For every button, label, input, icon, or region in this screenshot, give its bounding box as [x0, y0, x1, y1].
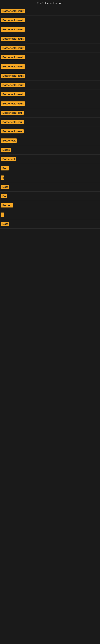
- bottleneck-result-badge[interactable]: Bottleneck resu: [1, 111, 24, 115]
- list-item: Bott: [0, 164, 100, 173]
- bottleneck-result-badge[interactable]: Bottlen: [1, 203, 13, 208]
- bottleneck-result-badge[interactable]: Bottleneck result: [1, 102, 25, 106]
- list-item: |: [0, 210, 100, 219]
- bottleneck-result-badge[interactable]: Bottleneck result: [1, 18, 25, 22]
- list-item: B: [0, 173, 100, 182]
- list-item: Bottleneck result: [0, 6, 100, 16]
- bottleneck-result-badge[interactable]: Bottleneck result: [1, 64, 25, 69]
- list-item: Bottleneck result: [0, 25, 100, 34]
- bottleneck-result-badge[interactable]: Bottleneck result: [1, 37, 25, 41]
- bottleneck-result-badge[interactable]: Bott: [1, 185, 9, 189]
- bottleneck-result-badge[interactable]: Bottleneck: [1, 138, 17, 143]
- bottleneck-result-badge[interactable]: |: [1, 212, 4, 217]
- list-item: Bottleneck result: [0, 53, 100, 62]
- bottleneck-result-badge[interactable]: Bottleneck result: [1, 9, 25, 13]
- list-item: Bott: [0, 219, 100, 228]
- list-item: Bottleneck result: [0, 80, 100, 90]
- bottleneck-result-badge[interactable]: Bottleneck result: [1, 27, 25, 32]
- site-title: TheBottlenecker.com: [0, 0, 100, 6]
- bottleneck-result-badge[interactable]: Bottle: [1, 148, 11, 152]
- bottleneck-result-badge[interactable]: Bottleneck result: [1, 46, 25, 50]
- bottleneck-result-badge[interactable]: B: [1, 176, 4, 180]
- bottleneck-result-badge[interactable]: Bottleneck result: [1, 83, 25, 87]
- list-item: Bottleneck result: [0, 62, 100, 71]
- bottleneck-result-badge[interactable]: Bottleneck resu: [1, 129, 24, 134]
- bottleneck-result-badge[interactable]: Bott: [1, 166, 9, 170]
- bottleneck-result-badge[interactable]: Bottleneck result: [1, 92, 25, 96]
- list-item: Bottleneck result: [0, 44, 100, 53]
- list-item: Bottle: [0, 145, 100, 154]
- bottleneck-result-badge[interactable]: Bottleneck result: [1, 74, 25, 78]
- list-item: Bottlen: [0, 201, 100, 210]
- bottleneck-result-badge[interactable]: Bottleneck: [1, 157, 16, 161]
- list-item: Bottleneck result: [0, 71, 100, 80]
- list-item: Bottleneck result: [0, 90, 100, 99]
- bottleneck-result-badge[interactable]: Bottleneck result: [1, 55, 25, 59]
- list-item: Bottleneck: [0, 136, 100, 145]
- list-item: Bottleneck result: [0, 34, 100, 44]
- bottleneck-result-badge[interactable]: Bot: [1, 194, 7, 198]
- list-item: Bottleneck resu: [0, 118, 100, 127]
- list-item: Bottleneck resu: [0, 108, 100, 118]
- list-item: Bottleneck result: [0, 16, 100, 25]
- bottleneck-result-badge[interactable]: Bottleneck resu: [1, 120, 24, 124]
- list-item: Bottleneck: [0, 154, 100, 164]
- bottleneck-result-badge[interactable]: Bott: [1, 222, 9, 226]
- list-item: Bott: [0, 182, 100, 192]
- list-item: Bottleneck resu: [0, 127, 100, 136]
- list-item: Bot: [0, 192, 100, 201]
- list-item: Bottleneck result: [0, 99, 100, 108]
